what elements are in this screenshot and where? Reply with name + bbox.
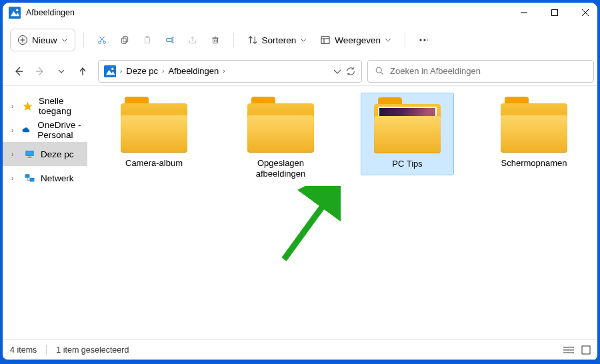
svg-point-34 xyxy=(423,39,425,41)
chevron-down-icon[interactable] xyxy=(333,67,341,75)
breadcrumb-part[interactable]: Deze pc xyxy=(126,66,158,76)
minimize-button[interactable] xyxy=(509,3,539,23)
refresh-icon[interactable] xyxy=(345,66,356,77)
svg-point-41 xyxy=(111,67,113,69)
svg-line-12 xyxy=(100,37,105,41)
chevron-right-icon: › xyxy=(11,103,17,110)
toolbar: Nieuw Sorteren Weergeven xyxy=(3,23,597,57)
folder-name: Camera-album xyxy=(107,158,201,169)
svg-rect-48 xyxy=(27,157,31,157)
paste-button[interactable] xyxy=(137,29,157,51)
svg-point-2 xyxy=(16,9,18,11)
svg-point-42 xyxy=(376,67,381,73)
layout-icon xyxy=(320,35,331,45)
svg-point-35 xyxy=(427,39,428,41)
monitor-icon xyxy=(23,148,35,160)
svg-rect-15 xyxy=(121,38,126,43)
plus-circle-icon xyxy=(17,35,28,45)
svg-rect-49 xyxy=(25,174,29,178)
folder-item[interactable]: Opgeslagen afbeeldingen xyxy=(234,93,327,185)
title-bar: Afbeeldingen xyxy=(3,3,597,23)
forward-button[interactable] xyxy=(30,61,50,81)
sidebar-item-label: Snelle toegang xyxy=(39,96,87,116)
chevron-down-icon xyxy=(300,37,307,43)
search-box[interactable]: Zoeken in Afbeeldingen xyxy=(367,60,594,83)
folder-view[interactable]: Camera-album Opgeslagen afbeeldingen PC … xyxy=(87,86,597,339)
folder-item[interactable]: Schermopnamen xyxy=(487,93,581,174)
share-icon xyxy=(188,34,197,46)
chevron-down-icon xyxy=(385,37,391,43)
search-icon xyxy=(375,66,385,76)
svg-rect-4 xyxy=(552,10,558,16)
pictures-app-icon xyxy=(9,7,21,19)
sidebar-item-label: Netwerk xyxy=(41,173,74,183)
star-icon xyxy=(22,100,33,112)
sidebar-item-onedrive[interactable]: › OneDrive - Personal xyxy=(3,118,87,142)
more-button[interactable] xyxy=(413,29,433,51)
svg-point-11 xyxy=(103,41,105,44)
sidebar: › Snelle toegang › OneDrive - Personal ›… xyxy=(3,86,87,339)
folder-icon xyxy=(374,100,441,153)
svg-rect-47 xyxy=(28,156,31,157)
breadcrumb-part[interactable]: Afbeeldingen xyxy=(168,66,219,76)
new-label: Nieuw xyxy=(32,35,57,45)
sidebar-item-label: OneDrive - Personal xyxy=(37,120,87,140)
svg-rect-14 xyxy=(123,37,127,42)
svg-rect-18 xyxy=(166,39,171,42)
chevron-right-icon: › xyxy=(120,67,122,75)
chevron-down-icon xyxy=(61,37,68,43)
svg-line-13 xyxy=(99,37,103,41)
folder-item-selected[interactable]: PC Tips xyxy=(361,93,454,175)
scissors-icon xyxy=(97,34,107,46)
folder-icon xyxy=(247,99,314,153)
delete-button[interactable] xyxy=(205,29,225,51)
view-label: Weergeven xyxy=(335,35,381,45)
sidebar-item-network[interactable]: › Netwerk xyxy=(3,166,87,190)
trash-icon xyxy=(211,34,220,46)
sort-icon xyxy=(247,35,258,45)
chevron-right-icon: › xyxy=(11,151,18,158)
sidebar-item-label: Deze pc xyxy=(41,149,74,159)
sort-button[interactable]: Sorteren xyxy=(242,29,313,51)
close-button[interactable] xyxy=(570,3,597,23)
clipboard-icon xyxy=(143,34,152,46)
chevron-right-icon: › xyxy=(11,127,15,134)
thumbnails-view-button[interactable] xyxy=(579,345,593,355)
recent-locations-button[interactable] xyxy=(51,61,71,81)
share-button[interactable] xyxy=(183,29,203,51)
copy-button[interactable] xyxy=(115,29,135,51)
up-button[interactable] xyxy=(73,61,93,81)
cloud-icon xyxy=(21,124,32,136)
separator xyxy=(405,33,405,47)
annotation-arrow xyxy=(274,186,341,266)
copy-icon xyxy=(120,34,129,46)
svg-point-33 xyxy=(419,39,421,41)
explorer-window: Afbeeldingen Nieuw xyxy=(3,3,597,360)
maximize-button[interactable] xyxy=(539,3,570,23)
folder-item[interactable]: Camera-album xyxy=(107,93,201,174)
folder-icon xyxy=(501,99,567,153)
ellipsis-icon xyxy=(419,38,428,42)
network-icon xyxy=(23,172,35,184)
status-selected-count: 1 item geselecteerd xyxy=(56,345,129,355)
sidebar-item-this-pc[interactable]: › Deze pc xyxy=(3,142,87,166)
folder-icon xyxy=(121,99,187,153)
folder-name: PC Tips xyxy=(361,159,453,169)
status-item-count: 4 items xyxy=(10,345,37,355)
new-button[interactable]: Nieuw xyxy=(10,29,75,51)
rename-button[interactable] xyxy=(160,29,180,51)
svg-rect-46 xyxy=(26,151,33,155)
details-view-button[interactable] xyxy=(562,345,575,355)
view-button[interactable]: Weergeven xyxy=(315,29,397,51)
address-bar[interactable]: › Deze pc › Afbeeldingen › xyxy=(98,60,362,83)
back-button[interactable] xyxy=(9,61,29,81)
chevron-right-icon: › xyxy=(162,67,164,75)
cut-button[interactable] xyxy=(92,29,112,51)
svg-marker-44 xyxy=(23,101,33,110)
search-placeholder: Zoeken in Afbeeldingen xyxy=(390,66,481,76)
status-bar: 4 items 1 item geselecteerd xyxy=(3,339,597,359)
svg-rect-50 xyxy=(29,177,34,181)
separator xyxy=(233,33,234,47)
sidebar-item-quick-access[interactable]: › Snelle toegang xyxy=(3,94,87,118)
svg-rect-30 xyxy=(321,37,329,44)
